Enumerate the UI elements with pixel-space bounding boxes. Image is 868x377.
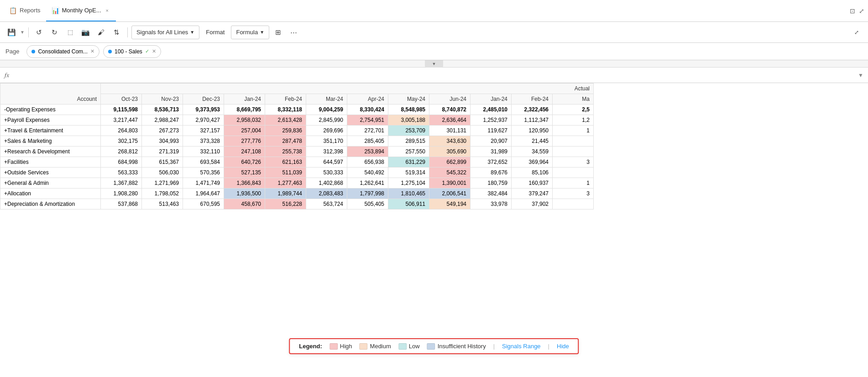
data-cell: 120,950 — [512, 126, 553, 136]
data-cell: 1,798,052 — [142, 188, 183, 199]
page-tab-consolidated-close[interactable]: ✕ — [90, 48, 94, 54]
data-cell: 549,194 — [429, 199, 471, 209]
data-cell: 1,367,882 — [101, 178, 142, 188]
maximize-icon[interactable]: ⤢ — [859, 7, 864, 15]
data-cell: 1,936,500 — [224, 188, 265, 199]
table-row: +Travel & Entertainment264,803267,273327… — [0, 126, 594, 136]
grid-icon: ⊞ — [275, 28, 281, 37]
data-cell: 656,938 — [347, 157, 388, 168]
data-cell: 1,797,998 — [347, 188, 388, 199]
legend-divider-2: | — [548, 343, 549, 350]
data-cell: 670,595 — [183, 199, 224, 209]
data-cell: 264,803 — [101, 126, 142, 136]
redo-icon: ↻ — [52, 28, 58, 37]
collapse-button[interactable]: ▼ — [425, 60, 443, 68]
data-cell: 2,083,483 — [306, 188, 347, 199]
account-cell: +Depreciation & Amortization — [0, 199, 101, 209]
sort-button[interactable]: ⇅ — [110, 26, 124, 39]
data-cell: 1,989,744 — [265, 188, 306, 199]
col-header-Jan-24: Jan-24 — [471, 94, 512, 105]
col-header-Mar-24: Mar-24 — [306, 94, 347, 105]
data-cell: 1,908,280 — [101, 188, 142, 199]
formula-label: Formula — [236, 29, 258, 36]
tab-reports[interactable]: 📋 Reports — [4, 0, 46, 21]
data-cell: 527,135 — [224, 168, 265, 178]
data-cell: 272,701 — [347, 126, 388, 136]
data-cell: 268,812 — [101, 147, 142, 157]
data-cell: 615,367 — [142, 157, 183, 168]
formula-dropdown[interactable]: Formula ▼ — [231, 26, 269, 39]
data-cell: 505,405 — [347, 199, 388, 209]
camera-button[interactable]: 📷 — [79, 26, 93, 39]
data-cell: 277,776 — [224, 136, 265, 147]
collapse-bar[interactable]: ▼ — [0, 60, 868, 68]
format-button[interactable]: Format — [201, 27, 229, 37]
main-area: Account Actual Oct-23Nov-23Dec-23Jan-24F… — [0, 83, 868, 377]
data-cell: 662,899 — [429, 157, 471, 168]
undo-button[interactable]: ↺ — [32, 26, 46, 39]
data-cell: 305,690 — [429, 147, 471, 157]
tab-reports-label: Reports — [20, 7, 41, 14]
reports-icon: 📋 — [9, 7, 17, 14]
data-cell: 1,390,001 — [429, 178, 471, 188]
formula-chevron-icon[interactable]: ▼ — [858, 72, 863, 79]
restore-icon[interactable]: ⊡ — [850, 7, 855, 15]
col-header-Nov-23: Nov-23 — [142, 94, 183, 105]
tab-monthly-ope[interactable]: 📊 Monthly OpE... × — [46, 0, 116, 21]
signals-dropdown[interactable]: Signals for All Lines ▼ — [131, 26, 199, 39]
data-cell: 31,989 — [471, 147, 512, 157]
data-cell: 351,170 — [306, 136, 347, 147]
table-body: -Operating Expenses9,115,5988,536,7139,3… — [0, 105, 594, 209]
page-tab-sales[interactable]: 100 - Sales ✓ ✕ — [103, 45, 161, 58]
col-header-Feb-24: Feb-24 — [512, 94, 553, 105]
data-cell: 119,627 — [471, 126, 512, 136]
table-row: +Facilities684,998615,367693,584640,7266… — [0, 157, 594, 168]
tab-close-button[interactable]: × — [104, 7, 110, 14]
fx-icon: 𝑓𝑥 — [5, 71, 9, 79]
page-tab-sales-close[interactable]: ✕ — [152, 48, 156, 54]
data-cell: 382,484 — [471, 188, 512, 199]
data-cell: 304,993 — [142, 136, 183, 147]
save-dropdown-icon[interactable]: ▼ — [20, 30, 25, 35]
data-cell: 8,669,795 — [224, 105, 265, 115]
page-label: Page — [5, 48, 19, 55]
data-cell — [553, 199, 594, 209]
data-cell: 540,492 — [347, 168, 388, 178]
data-cell: 1,112,347 — [512, 115, 553, 126]
more-icon: ⋯ — [290, 28, 297, 37]
data-cell: 693,584 — [183, 157, 224, 168]
page-tabs: Page Consolidated Com... ✕ 100 - Sales ✓… — [0, 43, 868, 60]
formula-input[interactable] — [13, 72, 854, 79]
signals-range-link[interactable]: Signals Range — [502, 343, 541, 350]
data-cell: 640,726 — [224, 157, 265, 168]
legend-medium-swatch — [360, 343, 368, 350]
data-cell: 513,463 — [142, 199, 183, 209]
redo-button[interactable]: ↻ — [48, 26, 62, 39]
data-cell: 1,275,104 — [388, 178, 429, 188]
grid-button[interactable]: ⊞ — [271, 26, 285, 39]
data-cell: 3 — [553, 188, 594, 199]
data-cell: 257,550 — [388, 147, 429, 157]
data-cell: 1,471,749 — [183, 178, 224, 188]
legend-label: Legend: — [299, 343, 322, 350]
data-cell — [553, 147, 594, 157]
data-cell: 327,157 — [183, 126, 224, 136]
expand-button[interactable]: ⤢ — [850, 26, 863, 39]
data-cell: 519,314 — [388, 168, 429, 178]
data-cell: 8,740,872 — [429, 105, 471, 115]
save-button[interactable]: 💾 — [5, 26, 18, 39]
table-row: +Depreciation & Amortization537,868513,4… — [0, 199, 594, 209]
more-button[interactable]: ⋯ — [287, 26, 300, 39]
legend-medium-label: Medium — [370, 343, 391, 350]
data-cell: 2,970,427 — [183, 115, 224, 126]
page-tab-consolidated[interactable]: Consolidated Com... ✕ — [26, 45, 99, 58]
paint-button[interactable]: 🖌 — [94, 26, 108, 39]
account-cell: +General & Admin — [0, 178, 101, 188]
data-cell: 267,273 — [142, 126, 183, 136]
col-header-Jun-24: Jun-24 — [429, 94, 471, 105]
import-button[interactable]: ⬚ — [63, 26, 77, 39]
hide-link[interactable]: Hide — [557, 343, 569, 350]
data-cell: 9,115,598 — [101, 105, 142, 115]
spreadsheet-container[interactable]: Account Actual Oct-23Nov-23Dec-23Jan-24F… — [0, 83, 868, 377]
data-cell: 621,163 — [265, 157, 306, 168]
